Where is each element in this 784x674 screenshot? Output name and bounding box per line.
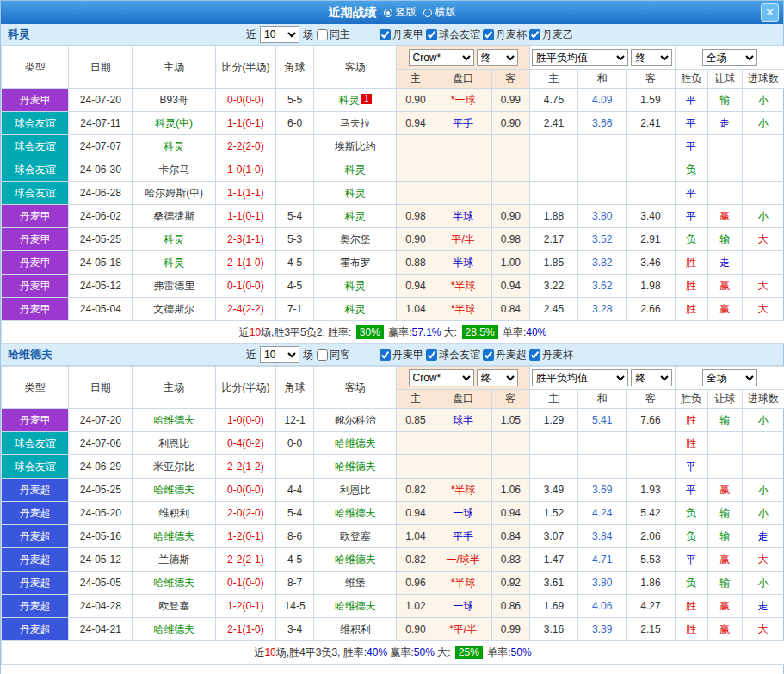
- eu-home-odds: [529, 135, 577, 158]
- score: 0-0(0-0): [215, 89, 275, 112]
- goals-result: [742, 158, 784, 182]
- eu-draw-odds: 4.09: [578, 89, 627, 112]
- match-result: 平: [675, 89, 707, 112]
- league-filter-label: 球会友谊: [439, 28, 480, 42]
- match-date: 24-04-28: [69, 595, 133, 618]
- ah-handicap: [435, 158, 491, 182]
- close-button[interactable]: ✕: [761, 3, 779, 22]
- eu-home-odds: 1.29: [529, 409, 577, 432]
- same-venue-checkbox-input[interactable]: [317, 29, 328, 40]
- match-date: 24-05-18: [69, 251, 133, 275]
- result-col: 胜负: [675, 390, 707, 409]
- eu-away-odds: 3.40: [627, 205, 675, 228]
- eu-home-odds: 1.85: [529, 251, 577, 275]
- layout-radio-vertical[interactable]: 竖版: [384, 5, 417, 20]
- layout-radio-horizontal[interactable]: 横版: [423, 5, 456, 20]
- same-venue-checkbox[interactable]: 同主: [317, 28, 350, 42]
- away-team: 利恩比: [314, 479, 397, 502]
- match-row: 丹麦甲24-05-18科灵2-1(1-0)4-5霍布罗0.88半球1.001.8…: [2, 251, 784, 275]
- eu-home-odds: 3.49: [529, 479, 577, 502]
- summary-part: 赢率:: [386, 326, 412, 338]
- recent-count-select[interactable]: 10: [260, 346, 299, 363]
- ah-away-odds: 0.92: [491, 572, 529, 595]
- odds-time-select-2[interactable]: 终: [631, 369, 672, 386]
- recent-count-select[interactable]: 10: [260, 26, 299, 43]
- scope-select[interactable]: 全场: [702, 369, 757, 386]
- eu-away-odds: 5.53: [627, 548, 675, 572]
- league-filter-checkbox[interactable]: [380, 349, 391, 361]
- match-row: 丹麦超24-05-25哈维德夫0-0(0-0)4-4利恩比0.82*半球1.06…: [2, 479, 784, 502]
- home-team: 科灵: [133, 135, 215, 158]
- ah-home-odds: 0.94: [397, 112, 435, 135]
- league-filter[interactable]: 丹麦乙: [529, 28, 573, 42]
- ah-handicap: *半球: [435, 298, 491, 321]
- league-filter[interactable]: 丹麦甲: [380, 28, 423, 42]
- league-filter[interactable]: 丹麦甲: [380, 348, 423, 362]
- league-filter[interactable]: 丹麦超: [483, 348, 527, 362]
- ah-handicap: 半球: [435, 251, 491, 275]
- eu-away-odds: 1.93: [627, 479, 675, 502]
- eu-away-odds: 2.15: [627, 618, 675, 641]
- league-filter-checkbox[interactable]: [426, 29, 437, 40]
- league-filter[interactable]: 球会友谊: [426, 348, 480, 362]
- goals-result: 小: [742, 502, 784, 525]
- home-team: 哈维德夫: [133, 572, 215, 595]
- handicap-result: 赢: [707, 479, 742, 502]
- league-filter[interactable]: 球会友谊: [426, 28, 480, 42]
- away-team: 埃斯比约: [314, 135, 397, 158]
- match-rows-body: 丹麦甲24-07-20B93哥0-0(0-0)5-5科灵10.90*一球0.99…: [2, 89, 784, 321]
- league-filter-checkbox[interactable]: [483, 29, 494, 40]
- eu-draw-odds: 3.66: [578, 112, 627, 135]
- ah-home-odds: [397, 432, 435, 455]
- league-filter[interactable]: 丹麦杯: [483, 28, 527, 42]
- league-filter-checkbox[interactable]: [380, 29, 391, 40]
- ah-handicap: 一/球半: [435, 548, 491, 572]
- league-filter-checkbox[interactable]: [483, 349, 494, 361]
- eu-home-odds: 1.52: [529, 502, 577, 525]
- match-row: 丹麦甲24-05-04文德斯尔2-4(2-2)7-1科灵1.04*半球0.842…: [2, 298, 784, 321]
- ah-handicap: 一球: [435, 502, 491, 525]
- eu-away-odds: [627, 182, 675, 205]
- odds-time-select[interactable]: 终: [477, 49, 518, 66]
- league-badge: 丹麦甲: [2, 275, 69, 298]
- summary-part: 近: [239, 326, 250, 338]
- match-date: 24-07-11: [69, 112, 133, 135]
- bookmaker-select[interactable]: Crow*: [409, 49, 474, 66]
- ah-away-odds: [491, 455, 529, 479]
- match-row: 丹麦甲24-06-02桑德捷斯1-1(0-1)5-4科灵0.98半球0.901.…: [2, 205, 784, 228]
- league-filter-checkbox[interactable]: [529, 29, 540, 40]
- league-filter-checkbox[interactable]: [529, 349, 540, 361]
- eu-home-odds: 3.22: [529, 275, 577, 298]
- ah-handicap: *平/半: [435, 618, 491, 641]
- score: 2-2(2-0): [215, 135, 275, 158]
- wdl-average-select[interactable]: 胜平负均值: [532, 49, 628, 66]
- league-filter-checkbox[interactable]: [426, 349, 437, 361]
- corner-score: 12-1: [276, 409, 314, 432]
- match-result: 胜: [675, 618, 707, 641]
- odds-time-select-2[interactable]: 终: [631, 49, 672, 66]
- eu-home-odds: 1.69: [529, 595, 577, 618]
- same-venue-checkbox[interactable]: 同客: [317, 348, 350, 362]
- league-badge: 丹麦甲: [2, 228, 69, 251]
- match-row: 丹麦超24-05-12兰德斯2-2(2-1)4-5哈维德夫0.82一/球半0.8…: [2, 548, 784, 572]
- handicap-result: 输: [707, 525, 742, 548]
- home-team: 哈维德夫: [133, 479, 215, 502]
- ah-handicap: 半球: [435, 205, 491, 228]
- goals-result: [742, 251, 784, 275]
- scope-select[interactable]: 全场: [702, 49, 757, 66]
- radio-unselected-icon: [423, 9, 432, 17]
- match-result: 胜: [675, 432, 707, 455]
- odds-time-select[interactable]: 终: [477, 369, 518, 386]
- bookmaker-select[interactable]: Crow*: [409, 369, 474, 386]
- ah-home-odds: 0.90: [397, 618, 435, 641]
- same-venue-checkbox-input[interactable]: [317, 349, 328, 361]
- wdl-average-select[interactable]: 胜平负均值: [532, 369, 628, 386]
- eu-away-odds: [627, 135, 675, 158]
- col-header-date: 日期: [69, 367, 133, 409]
- col-header-away: 客场: [314, 367, 397, 409]
- score: 2-1(1-0): [215, 618, 275, 641]
- goals-result: 大: [742, 298, 784, 321]
- corner-score: [276, 455, 314, 479]
- league-filter[interactable]: 丹麦杯: [529, 348, 573, 362]
- league-badge: 球会友谊: [2, 432, 69, 455]
